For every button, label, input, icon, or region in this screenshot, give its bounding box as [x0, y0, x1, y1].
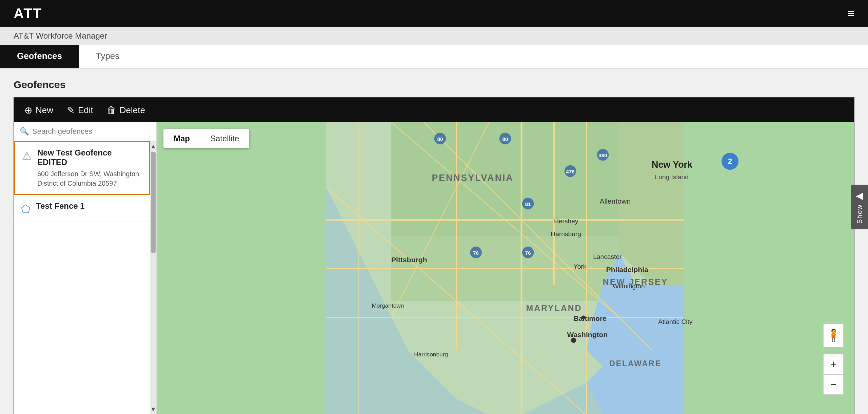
svg-text:MARYLAND: MARYLAND [526, 303, 582, 313]
pegman-icon: 🧍 [826, 328, 841, 343]
svg-text:Pittsburgh: Pittsburgh [391, 256, 427, 264]
map-area[interactable]: 80 80 380 476 81 76 76 PENNSYLVANIA NEW … [157, 122, 854, 414]
svg-text:476: 476 [566, 169, 575, 174]
svg-text:Baltimore: Baltimore [574, 314, 607, 322]
geofences-panel: ⊕ New ✎ Edit 🗑 Delete 🔍 [14, 97, 854, 414]
svg-text:380: 380 [598, 152, 607, 158]
svg-text:Philadelphia: Philadelphia [606, 266, 649, 273]
pentagon-icon: ⬠ [21, 203, 31, 215]
show-panel-button[interactable]: ◀ Show [851, 185, 868, 229]
svg-text:Wilmington: Wilmington [613, 283, 645, 290]
section-title: Geofences [14, 79, 854, 90]
map-toggle: Map Satellite [163, 129, 249, 148]
search-icon: 🔍 [20, 127, 29, 136]
svg-text:York: York [574, 263, 587, 270]
svg-text:Allentown: Allentown [599, 197, 631, 205]
map-zoom-controls: + − [823, 354, 844, 395]
delete-icon: 🗑 [107, 105, 116, 116]
list-scrollbar: ▲ ▼ [150, 141, 156, 414]
svg-text:Washington: Washington [567, 331, 608, 338]
cluster-marker[interactable]: 2 [722, 153, 738, 170]
geofence-list: 🔍 ⚠ New Test Geofence EDITED 600 Jeffers… [14, 122, 157, 414]
arrow-left-icon: ◀ [856, 190, 863, 201]
list-item[interactable]: ⬠ Test Fence 1 [14, 195, 150, 222]
svg-point-53 [571, 338, 576, 343]
list-item[interactable]: ⚠ New Test Geofence EDITED 600 Jefferson… [14, 141, 150, 195]
breadcrumb: AT&T Workforce Manager [0, 27, 868, 45]
svg-text:76: 76 [473, 250, 479, 256]
tabs-bar: Geofences Types [0, 45, 868, 69]
item-name: Test Fence 1 [36, 201, 143, 211]
svg-text:PENNSYLVANIA: PENNSYLVANIA [432, 173, 513, 183]
pegman-control[interactable]: 🧍 [823, 324, 844, 347]
new-icon: ⊕ [24, 105, 32, 116]
svg-text:Hershey: Hershey [554, 218, 578, 225]
item-name: New Test Geofence EDITED [37, 148, 142, 167]
edit-icon: ✎ [67, 105, 75, 116]
delete-button[interactable]: 🗑 Delete [107, 105, 145, 116]
tab-types[interactable]: Types [79, 45, 136, 68]
zoom-in-button[interactable]: + [823, 354, 844, 374]
svg-text:Harrisburg: Harrisburg [551, 230, 581, 237]
svg-point-54 [581, 315, 586, 319]
main-content: Geofences ⊕ New ✎ Edit 🗑 Delete 🔍 [0, 69, 868, 414]
geofences-toolbar: ⊕ New ✎ Edit 🗑 Delete [14, 98, 854, 122]
scroll-thumb[interactable] [151, 152, 156, 253]
menu-icon[interactable]: ≡ [847, 6, 854, 21]
show-label: Show [856, 204, 864, 224]
svg-text:DELAWARE: DELAWARE [609, 359, 662, 368]
svg-text:80: 80 [502, 136, 508, 142]
new-button[interactable]: ⊕ New [24, 105, 53, 116]
app-title: ATT [14, 5, 42, 22]
map-view-button[interactable]: Map [163, 129, 200, 148]
satellite-view-button[interactable]: Satellite [200, 129, 249, 148]
edit-button[interactable]: ✎ Edit [67, 105, 93, 116]
svg-text:Harrisonburg: Harrisonburg [414, 351, 448, 358]
panel-body: 🔍 ⚠ New Test Geofence EDITED 600 Jeffers… [14, 122, 854, 414]
svg-text:81: 81 [525, 201, 531, 207]
svg-text:Lancaster: Lancaster [593, 253, 622, 260]
svg-text:Atlantic City: Atlantic City [658, 318, 693, 325]
geofence-list-items: ⚠ New Test Geofence EDITED 600 Jefferson… [14, 141, 150, 414]
map-svg: 80 80 380 476 81 76 76 PENNSYLVANIA NEW … [157, 122, 854, 414]
svg-text:76: 76 [525, 250, 531, 256]
warning-icon: ⚠ [22, 149, 32, 162]
svg-text:Long Island: Long Island [655, 173, 689, 181]
tab-geofences[interactable]: Geofences [0, 45, 79, 68]
svg-text:New York: New York [652, 160, 692, 170]
app-header: ATT ≡ [0, 0, 868, 27]
scroll-track [150, 152, 156, 404]
svg-text:Morgantown: Morgantown [372, 302, 404, 309]
zoom-out-button[interactable]: − [823, 374, 844, 395]
svg-text:80: 80 [437, 136, 443, 142]
search-input[interactable] [32, 127, 151, 136]
item-address: 600 Jefferson Dr SW, Washington, Distric… [37, 169, 142, 188]
search-bar: 🔍 [14, 122, 156, 141]
